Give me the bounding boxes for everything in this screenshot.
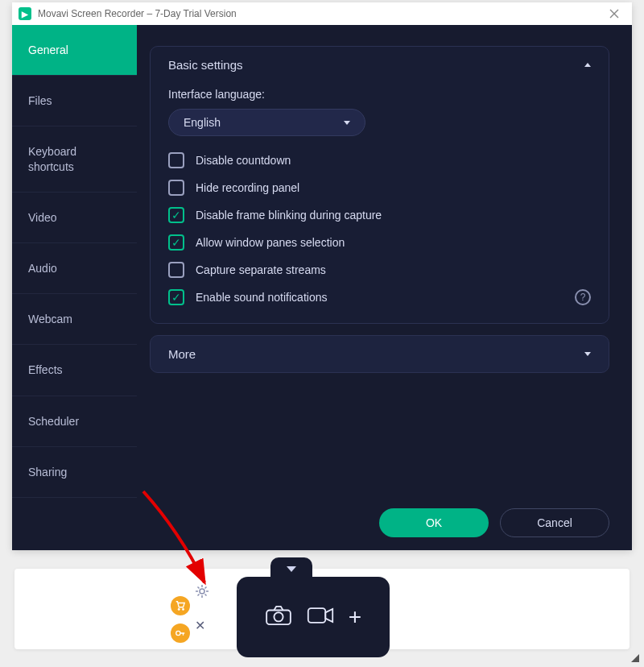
check-label: Hide recording panel	[196, 181, 299, 194]
cancel-button[interactable]: Cancel	[500, 508, 609, 537]
sidebar-item-video[interactable]: Video	[12, 193, 137, 243]
check-capture-separate-streams: Capture separate streams	[168, 262, 591, 278]
svg-point-6	[200, 589, 204, 594]
dialog-footer: OK Cancel	[379, 508, 609, 537]
app-icon: ▶	[19, 7, 31, 20]
check-icon: ✓	[171, 292, 181, 303]
sidebar-item-files[interactable]: Files	[12, 76, 137, 126]
language-value: English	[184, 116, 221, 129]
check-label: Disable countdown	[196, 154, 291, 167]
check-label: Allow window panes selection	[196, 236, 345, 249]
record-video-icon[interactable]	[307, 605, 334, 629]
sidebar-item-label: Audio	[28, 262, 57, 275]
window-title: Movavi Screen Recorder – 7-Day Trial Ver…	[38, 8, 603, 19]
check-icon: ✓	[171, 209, 181, 221]
svg-point-4	[182, 608, 184, 610]
sidebar-item-label: Sharing	[28, 466, 67, 478]
sidebar-item-audio[interactable]: Audio	[12, 243, 137, 294]
sidebar-item-general[interactable]: General	[12, 25, 137, 76]
check-label: Enable sound notifications	[196, 291, 327, 304]
basic-checks: Disable countdown Hide recording panel ✓…	[168, 152, 591, 305]
sidebar-item-keyboard-shortcuts[interactable]: Keyboard shortcuts	[12, 126, 137, 192]
sidebar-item-webcam[interactable]: Webcam	[12, 294, 137, 345]
checkbox[interactable]: ✓	[168, 234, 184, 251]
basic-settings-header[interactable]: Basic settings	[151, 47, 609, 83]
sidebar-item-scheduler[interactable]: Scheduler	[12, 396, 137, 447]
svg-point-3	[178, 608, 180, 610]
checkbox[interactable]	[168, 180, 184, 196]
check-icon: ✓	[171, 237, 181, 248]
checkbox[interactable]: ✓	[168, 207, 184, 223]
check-hide-recording-panel: Hide recording panel	[168, 180, 591, 196]
chevron-up-icon	[584, 63, 591, 67]
more-panel: More	[150, 335, 609, 373]
check-label: Disable frame blinking during capture	[196, 209, 382, 222]
sidebar-item-effects[interactable]: Effects	[12, 345, 137, 396]
sidebar-item-label: Video	[28, 211, 57, 224]
check-allow-window-panes: ✓ Allow window panes selection	[168, 234, 591, 251]
language-label: Interface language:	[168, 88, 591, 101]
add-icon[interactable]: +	[349, 606, 361, 628]
titlebar: ▶ Movavi Screen Recorder – 7-Day Trial V…	[12, 2, 632, 25]
close-icon[interactable]	[603, 2, 625, 25]
svg-point-5	[176, 631, 180, 635]
gear-icon[interactable]	[195, 584, 209, 602]
chevron-down-icon	[584, 352, 591, 356]
sidebar-item-label: Scheduler	[28, 415, 79, 428]
more-header[interactable]: More	[151, 336, 609, 372]
launcher-panel: +	[237, 577, 390, 657]
check-disable-frame-blinking: ✓ Disable frame blinking during capture	[168, 207, 591, 223]
close-mini-icon[interactable]: ✕	[195, 618, 209, 633]
checkbox[interactable]	[168, 262, 184, 278]
cart-icon[interactable]	[171, 596, 190, 615]
checkbox[interactable]	[168, 152, 184, 168]
resize-grip-icon[interactable]	[631, 654, 639, 662]
sidebar-item-sharing[interactable]: Sharing	[12, 447, 137, 498]
check-disable-countdown: Disable countdown	[168, 152, 591, 168]
sidebar-item-label: Keyboard shortcuts	[28, 145, 76, 172]
svg-rect-2	[308, 608, 325, 623]
ok-button[interactable]: OK	[379, 508, 489, 537]
help-icon[interactable]: ?	[575, 289, 591, 305]
sidebar-item-label: Webcam	[28, 313, 72, 325]
panel-title: More	[168, 347, 196, 361]
key-icon[interactable]	[171, 624, 190, 643]
check-enable-sound-notifications: ✓ Enable sound notifications ?	[168, 289, 591, 305]
sidebar: General Files Keyboard shortcuts Video A…	[12, 25, 137, 550]
side-controls: ✕	[195, 584, 209, 633]
sidebar-item-label: Files	[28, 94, 52, 107]
svg-point-1	[274, 612, 283, 621]
chevron-down-icon	[344, 121, 350, 125]
settings-main: Basic settings Interface language: Engli…	[137, 25, 632, 550]
panel-title: Basic settings	[168, 58, 243, 72]
checkbox[interactable]: ✓	[168, 289, 184, 305]
basic-settings-panel: Basic settings Interface language: Engli…	[150, 46, 609, 324]
check-label: Capture separate streams	[196, 263, 326, 276]
chevron-down-icon	[287, 566, 296, 572]
sidebar-item-label: Effects	[28, 363, 63, 376]
preferences-window: ▶ Movavi Screen Recorder – 7-Day Trial V…	[12, 2, 632, 550]
language-select[interactable]: English	[168, 109, 365, 136]
side-badges	[171, 596, 190, 643]
sidebar-item-label: General	[28, 44, 68, 56]
screenshot-icon[interactable]	[265, 605, 292, 629]
